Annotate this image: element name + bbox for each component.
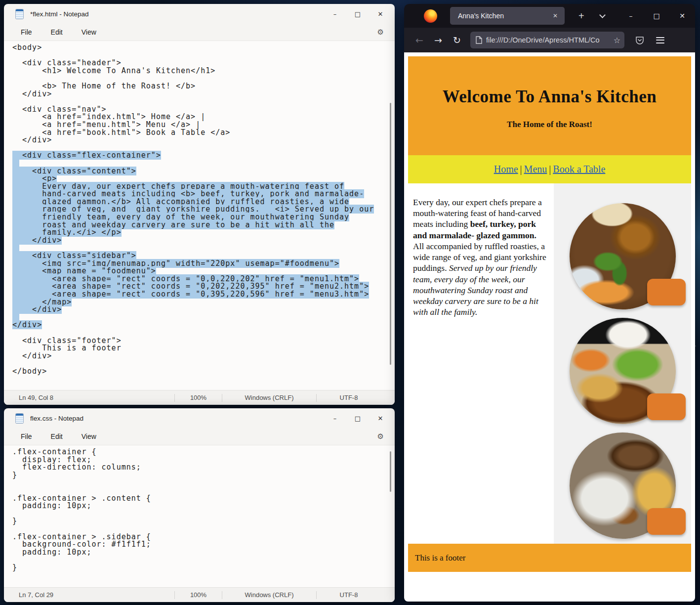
menu-badge[interactable] <box>647 393 686 420</box>
pocket-icon[interactable] <box>635 36 644 44</box>
browser-tab[interactable]: Anna's Kitchen ✕ <box>450 7 565 25</box>
menu-badge[interactable] <box>647 279 686 305</box>
notepad-statusbar: Ln 49, Col 8 100% Windows (CRLF) UTF-8 <box>4 390 395 405</box>
back-icon[interactable]: ← <box>410 31 429 49</box>
food-image-steak-chips-salad[interactable] <box>570 432 676 539</box>
new-tab-button[interactable]: + <box>574 9 589 23</box>
maximize-button[interactable]: □ <box>644 6 669 26</box>
notepad-titlebar[interactable]: *flex.html - Notepad – □ ✕ <box>4 4 395 24</box>
tab-bar: Anna's Kitchen ✕ + – □ ✕ <box>404 4 695 28</box>
notepad-app-icon <box>16 414 23 423</box>
status-zoom[interactable]: 100% <box>175 591 222 599</box>
notepad-flex-css-window: flex.css - Notepad – □ ✕ File Edit View … <box>4 408 395 602</box>
menu-file[interactable]: File <box>16 26 37 38</box>
menu-edit[interactable]: Edit <box>46 431 68 442</box>
tab-title: Anna's Kitchen <box>458 12 504 20</box>
firefox-icon[interactable] <box>424 9 437 23</box>
content-column: Every day, our expert chefs prepare a mo… <box>408 183 554 544</box>
menu-edit[interactable]: Edit <box>46 26 68 38</box>
tab-close-icon[interactable]: ✕ <box>551 11 560 20</box>
css-code[interactable]: .flex-container { display: flex; flex-di… <box>12 448 395 572</box>
url-text[interactable]: file:///D:/OneDrive/Apress/HTML/Co <box>486 36 604 44</box>
menu-view[interactable]: View <box>77 431 101 442</box>
editor-scrollbar[interactable] <box>390 103 391 365</box>
window-title: flex.css - Notepad <box>30 415 83 422</box>
minimize-button[interactable]: – <box>324 5 346 22</box>
status-zoom[interactable]: 100% <box>175 394 222 401</box>
css-editor-area[interactable]: .flex-container { display: flex; flex-di… <box>4 445 395 587</box>
menu-badge[interactable] <box>647 508 686 535</box>
site-header: Welcome To Anna's Kitchen The Home of th… <box>408 56 691 155</box>
page-content: Welcome To Anna's Kitchen The Home of th… <box>408 56 691 572</box>
notepad-statusbar: Ln 7, Col 29 100% Windows (CRLF) UTF-8 <box>4 587 395 602</box>
notepad-flex-html-window: *flex.html - Notepad – □ ✕ File Edit Vie… <box>4 4 395 405</box>
close-button[interactable]: ✕ <box>369 410 392 427</box>
menu-hamburger-icon[interactable] <box>656 37 664 43</box>
status-cursor-position: Ln 49, Col 8 <box>4 394 174 401</box>
navigation-toolbar: ← → ↻ file:///D:/OneDrive/Apress/HTML/Co… <box>404 28 695 52</box>
sidebar-column <box>554 183 691 544</box>
status-line-ending[interactable]: Windows (CRLF) <box>222 394 316 401</box>
notepad-titlebar[interactable]: flex.css - Notepad – □ ✕ <box>4 408 395 428</box>
menu-file[interactable]: File <box>16 431 37 442</box>
html-editor-area[interactable]: <body> <div class="header"> <h1> Welcome… <box>4 41 395 390</box>
page-paragraph: Every day, our expert chefs prepare a mo… <box>413 197 549 317</box>
page-title: Welcome To Anna's Kitchen <box>443 87 657 107</box>
site-nav: Home | Menu | Book a Table <box>408 155 691 183</box>
notepad-app-icon <box>16 9 23 19</box>
notepad-menubar: File Edit View ⚙ <box>4 428 395 445</box>
html-code[interactable]: <body> <div class="header"> <h1> Welcome… <box>12 44 395 376</box>
browser-viewport: Welcome To Anna's Kitchen The Home of th… <box>404 52 695 602</box>
status-encoding[interactable]: UTF-8 <box>317 394 381 401</box>
desktop: { "icons": { "minimize": "–", "maximize"… <box>0 0 700 605</box>
minimize-button[interactable]: – <box>618 6 644 26</box>
nav-link-book-a-table[interactable]: Book a Table <box>553 164 605 175</box>
firefox-window: Anna's Kitchen ✕ + – □ ✕ ← → ↻ file:///D… <box>404 4 695 602</box>
page-icon <box>475 36 482 44</box>
url-bar[interactable]: file:///D:/OneDrive/Apress/HTML/Co ☆ <box>470 32 624 48</box>
food-image-roast-beef-yorkshire[interactable] <box>570 203 676 309</box>
nav-link-menu[interactable]: Menu <box>524 164 547 175</box>
status-encoding[interactable]: UTF-8 <box>317 591 381 599</box>
settings-gear-icon[interactable]: ⚙ <box>373 26 388 39</box>
maximize-button[interactable]: □ <box>346 5 369 22</box>
settings-gear-icon[interactable]: ⚙ <box>373 430 388 443</box>
maximize-button[interactable]: □ <box>346 410 369 427</box>
status-line-ending[interactable]: Windows (CRLF) <box>222 591 316 599</box>
minimize-button[interactable]: – <box>324 410 346 427</box>
nav-link-home[interactable]: Home <box>494 164 518 175</box>
menu-view[interactable]: View <box>77 26 101 38</box>
notepad-menubar: File Edit View ⚙ <box>4 24 395 41</box>
footer-text: This is a footer <box>415 553 465 563</box>
editor-scrollbar[interactable] <box>390 451 391 492</box>
bookmark-star-icon[interactable]: ☆ <box>614 36 620 45</box>
page-subtitle: The Home of the Roast! <box>507 120 592 130</box>
close-button[interactable]: ✕ <box>669 6 695 26</box>
forward-icon[interactable]: → <box>429 31 448 49</box>
reload-icon[interactable]: ↻ <box>448 31 466 49</box>
flex-container: Every day, our expert chefs prepare a mo… <box>408 183 691 544</box>
tab-list-chevron-icon[interactable] <box>599 12 606 18</box>
site-footer: This is a footer <box>408 544 691 572</box>
food-image-roast-dinner-gravy-boat[interactable] <box>570 318 676 424</box>
status-cursor-position: Ln 7, Col 29 <box>4 591 174 599</box>
window-title: *flex.html - Notepad <box>30 10 89 18</box>
close-button[interactable]: ✕ <box>369 5 392 22</box>
